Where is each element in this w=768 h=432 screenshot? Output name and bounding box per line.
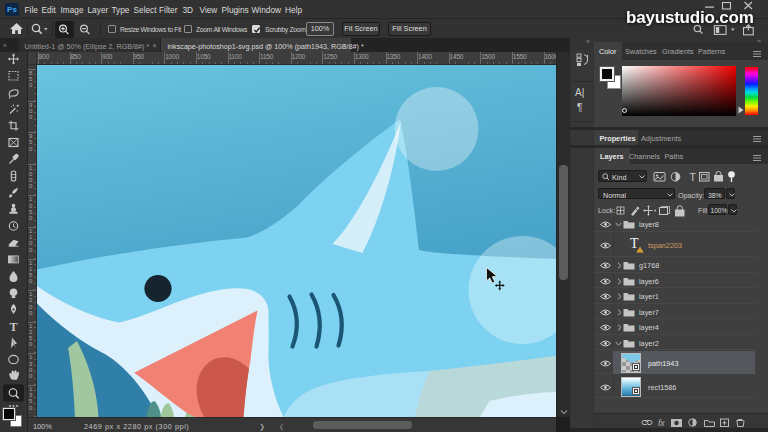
svg-text:fx: fx bbox=[658, 418, 665, 427]
svg-text:!: ! bbox=[639, 247, 640, 253]
svg-text:T: T bbox=[690, 171, 697, 183]
svg-text:T: T bbox=[9, 320, 17, 334]
